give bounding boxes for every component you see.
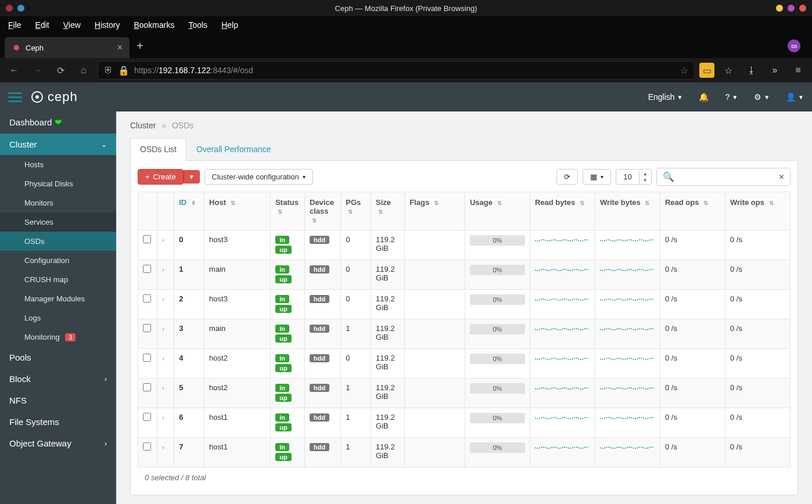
- expand-row-icon[interactable]: ›: [162, 325, 164, 332]
- row-checkbox[interactable]: [143, 442, 151, 451]
- table-row[interactable]: ›6host1inuphdd1119.2 GiB0%0 /s0 /s: [138, 408, 791, 438]
- page-size-input[interactable]: 10 ▲▼: [616, 169, 651, 185]
- library-icon[interactable]: ☆: [719, 61, 738, 80]
- menu-tools[interactable]: Tools: [188, 20, 207, 30]
- cluster-wide-config-button[interactable]: Cluster-wide configuration▾: [204, 169, 313, 185]
- expand-row-icon[interactable]: ›: [162, 266, 164, 273]
- window-close[interactable]: [799, 5, 806, 12]
- spin-up-icon[interactable]: ▲: [639, 171, 651, 177]
- table-row[interactable]: ›4host2inuphdd0119.2 GiB0%0 /s0 /s: [138, 349, 791, 379]
- url-input[interactable]: ⛨ 🔒 https://192.168.7.122:8443/#/osd ☆: [98, 61, 695, 80]
- new-tab-button[interactable]: +: [136, 39, 143, 53]
- menu-edit[interactable]: Edit: [35, 20, 49, 30]
- search-input[interactable]: 🔍 ×: [656, 168, 791, 186]
- help-button[interactable]: ?▼: [725, 92, 738, 102]
- tab-osds-list[interactable]: OSDs List: [130, 138, 186, 161]
- menu-bookmarks[interactable]: Bookmarks: [134, 20, 174, 30]
- user-button[interactable]: 👤▼: [786, 92, 804, 102]
- notifications-button[interactable]: 🔔: [699, 92, 709, 102]
- col-read-ops[interactable]: Read ops ⇅: [660, 192, 725, 231]
- table-row[interactable]: ›7host1inuphdd1119.2 GiB0%0 /s0 /s: [138, 438, 791, 467]
- sidebar-item-services[interactable]: Services: [0, 213, 116, 232]
- sidebar-item-crush-map[interactable]: CRUSH map: [0, 270, 116, 289]
- spin-down-icon[interactable]: ▼: [639, 177, 651, 183]
- menu-history[interactable]: History: [95, 20, 120, 30]
- browser-tab[interactable]: ⬢ Ceph ×: [5, 37, 130, 58]
- language-selector[interactable]: English▼: [648, 92, 683, 102]
- window-maximize[interactable]: [788, 5, 795, 12]
- tab-overall-performance[interactable]: Overall Performance: [186, 138, 281, 160]
- expand-row-icon[interactable]: ›: [162, 414, 164, 421]
- window-minimize[interactable]: [776, 5, 783, 12]
- search-field[interactable]: [680, 168, 773, 185]
- row-checkbox[interactable]: [143, 265, 151, 273]
- col-usage[interactable]: Usage ⇅: [465, 192, 530, 231]
- sidebar-item-hosts[interactable]: Hosts: [0, 155, 116, 174]
- row-checkbox[interactable]: [143, 294, 151, 303]
- hamburger-menu-button[interactable]: [8, 92, 22, 102]
- row-checkbox[interactable]: [143, 354, 151, 362]
- sidebar-item-logs[interactable]: Logs: [0, 308, 116, 327]
- expand-row-icon[interactable]: ›: [162, 384, 164, 391]
- container-indicator-icon[interactable]: ▭: [699, 63, 714, 78]
- table-row[interactable]: ›3maininuphdd1119.2 GiB0%0 /s0 /s: [138, 319, 791, 349]
- downloads-icon[interactable]: ⭳: [742, 61, 761, 80]
- nav-reload-button[interactable]: ⟳: [51, 61, 70, 80]
- sidebar-item-cluster[interactable]: Cluster ⌄: [0, 134, 116, 155]
- overflow-icon[interactable]: »: [766, 61, 784, 80]
- settings-button[interactable]: ⚙▼: [754, 92, 770, 102]
- col-status[interactable]: Status⇅: [271, 192, 305, 231]
- sidebar-item-dashboard[interactable]: Dashboard ❤: [0, 111, 116, 134]
- tab-close-icon[interactable]: ×: [117, 42, 123, 53]
- sidebar-item-nfs[interactable]: NFS: [0, 390, 116, 411]
- menu-help[interactable]: Help: [221, 20, 238, 30]
- menu-view[interactable]: View: [63, 20, 81, 30]
- sidebar-item-monitoring[interactable]: Monitoring 3: [0, 327, 116, 347]
- row-checkbox[interactable]: [143, 383, 151, 391]
- expand-row-icon[interactable]: ›: [162, 444, 164, 451]
- bookmark-star-icon[interactable]: ☆: [680, 65, 688, 76]
- search-clear-icon[interactable]: ×: [773, 168, 790, 185]
- sidebar-item-monitors[interactable]: Monitors: [0, 193, 116, 213]
- sidebar-item-physical-disks[interactable]: Physical Disks: [0, 174, 116, 193]
- sidebar-item-object-gateway[interactable]: Object Gateway›: [0, 433, 116, 454]
- sidebar-item-pools[interactable]: Pools: [0, 347, 116, 368]
- ceph-logo[interactable]: ceph: [30, 89, 78, 105]
- nav-back-button[interactable]: ←: [5, 61, 23, 80]
- table-row[interactable]: ›1maininuphdd0119.2 GiB0%0 /s0 /s: [138, 260, 791, 290]
- table-row[interactable]: ›0host3inuphdd0119.2 GiB0%0 /s0 /s: [138, 231, 791, 260]
- row-checkbox[interactable]: [143, 324, 151, 332]
- col-flags[interactable]: Flags ⇅: [405, 192, 465, 231]
- expand-row-icon[interactable]: ›: [162, 296, 164, 303]
- lock-icon[interactable]: 🔒: [118, 65, 130, 76]
- col-size[interactable]: Size ⇅: [371, 192, 405, 231]
- col-write-ops[interactable]: Write ops ⇅: [725, 192, 790, 231]
- app-menu-icon[interactable]: ≡: [789, 61, 807, 80]
- create-dropdown-button[interactable]: ▼: [184, 170, 200, 183]
- sidebar-item-configuration[interactable]: Configuration: [0, 251, 116, 270]
- col-pgs[interactable]: PGs ⇅: [341, 192, 371, 231]
- table-row[interactable]: ›2host3inuphdd0119.2 GiB0%0 /s0 /s: [138, 290, 791, 319]
- col-id[interactable]: ID ⬍: [174, 192, 204, 231]
- nav-forward-button[interactable]: →: [28, 61, 46, 80]
- sidebar-item-manager-modules[interactable]: Manager Modules: [0, 289, 116, 308]
- nav-home-button[interactable]: ⌂: [74, 61, 93, 80]
- expand-row-icon[interactable]: ›: [162, 236, 164, 243]
- columns-button[interactable]: ▦▾: [583, 169, 611, 185]
- breadcrumb-cluster[interactable]: Cluster: [130, 121, 156, 130]
- row-checkbox[interactable]: [143, 235, 151, 243]
- sidebar-item-osds[interactable]: OSDs: [0, 232, 116, 251]
- col-device-class[interactable]: Device class ⇅: [305, 192, 341, 231]
- menu-file[interactable]: File: [8, 20, 21, 30]
- col-read-bytes[interactable]: Read bytes ⇅: [530, 192, 595, 231]
- shield-icon[interactable]: ⛨: [104, 65, 113, 75]
- expand-row-icon[interactable]: ›: [162, 355, 164, 362]
- sidebar-item-block[interactable]: Block›: [0, 368, 116, 390]
- sidebar-item-filesystems[interactable]: File Systems: [0, 411, 116, 433]
- col-write-bytes[interactable]: Write bytes ⇅: [595, 192, 660, 231]
- col-host[interactable]: Host ⇅: [204, 192, 271, 231]
- row-checkbox[interactable]: [143, 413, 151, 421]
- refresh-button[interactable]: ⟳: [556, 169, 578, 185]
- create-button[interactable]: +Create: [138, 169, 184, 185]
- table-row[interactable]: ›5host2inuphdd1119.2 GiB0%0 /s0 /s: [138, 379, 791, 408]
